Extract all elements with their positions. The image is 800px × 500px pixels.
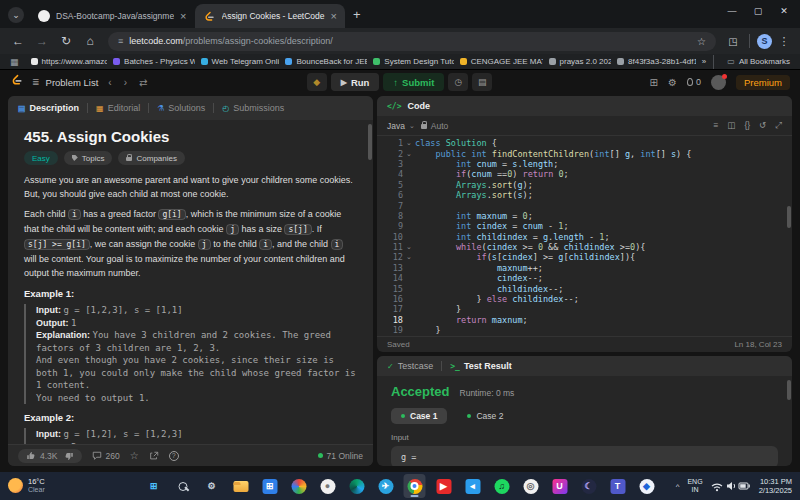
bookmark-item[interactable]: Batches - Physics W... [109,57,194,66]
code-line[interactable]: 6 Arrays.sort(s); [377,190,792,200]
taskbar-edge-swirl[interactable] [346,474,368,498]
taskbar-photos[interactable] [288,474,310,498]
taskbar-intellij-ultimate[interactable]: U [549,474,571,498]
bookmark-item[interactable]: BounceBack for JEE... [281,57,367,66]
vote-group[interactable]: 4.3K [18,449,82,463]
favorite-star-icon[interactable]: ☆ [130,450,139,461]
code-line[interactable]: 10 int childindex = g.length - 1; [377,232,792,242]
code-line[interactable]: 13 maxnum++; [377,263,792,273]
code-line[interactable]: 19 } [377,325,792,335]
browser-tab[interactable]: DSA-Bootcamp-Java/assignme× [30,4,195,28]
taskbar-white-app[interactable]: ◎ [520,474,542,498]
topics-badge[interactable]: Topics [64,151,113,165]
help-icon[interactable]: ? [169,451,179,461]
minimize-button[interactable]: — [720,2,744,20]
editor-tool-icon-0[interactable]: ≡ [713,120,718,131]
code-line[interactable]: 17 } [377,304,792,314]
taskbar-moon-app[interactable]: ☾ [578,474,600,498]
weather-widget[interactable]: 16°C Clear [8,478,45,495]
case-pill[interactable]: Case 2 [457,408,513,424]
more-bookmarks-icon[interactable]: » [702,57,706,66]
close-button[interactable]: ✕ [772,2,796,20]
browser-tab[interactable]: Assign Cookies - LeetCode× [195,4,345,28]
code-line[interactable]: 8 int maxnum = 0; [377,211,792,221]
browser-profile-avatar[interactable]: S [757,34,772,49]
taskbar-search[interactable] [172,474,194,498]
taskbar-copilot[interactable]: ◆ [636,474,658,498]
comments-button[interactable]: 260 [92,451,120,461]
code-line[interactable]: 15 childindex--; [377,283,792,293]
shuffle-icon[interactable]: ⇄ [137,77,149,88]
apps-grid-icon[interactable]: ▦ [10,57,19,67]
taskbar-chrome[interactable] [404,474,426,498]
code-line[interactable]: 18 return maxnum; [377,315,792,325]
taskbar-teams[interactable]: T [607,474,629,498]
code-line[interactable]: 12⌄ if(s[cindex] >= g[childindex]){ [377,252,792,262]
code-line[interactable]: 14 cindex--; [377,273,792,283]
tab-testcase[interactable]: ✓Testcase [387,361,433,371]
layout-icon[interactable]: ⊞ [650,77,658,88]
tab-editorial[interactable]: ▦Editorial [94,103,142,113]
new-tab-button[interactable]: + [353,7,361,22]
settings-gear-icon[interactable]: ⚙ [668,77,677,88]
tab-solutions[interactable]: ⚗Solutions [155,103,207,113]
code-editor[interactable]: 1⌄class Solution {2⌄ public int findCont… [377,136,792,336]
companies-badge[interactable]: Companies [118,151,184,165]
tab-close-icon[interactable]: × [331,10,337,22]
bookmark-item[interactable]: System Design Tuto... [369,57,453,66]
testcase-input[interactable]: g = [391,446,778,466]
editor-tool-icon-3[interactable]: ↺ [759,120,766,131]
streak-counter[interactable]: 0 [687,77,701,87]
run-button[interactable]: ▶ Run [331,73,380,91]
taskbar-start[interactable]: ⊞ [143,474,165,498]
submit-button[interactable]: ↑ Submit [383,73,444,91]
prev-problem-icon[interactable]: ‹ [106,77,113,88]
tab-search-button[interactable]: ⌄ [8,7,24,23]
thumbs-down-icon[interactable] [64,451,74,461]
debug-icon[interactable]: ◆ [307,73,327,91]
user-avatar[interactable] [711,75,726,90]
tab-test-result[interactable]: >_Test Result [450,361,511,371]
bookmark-item[interactable]: prayas 2.0 2023 [545,57,611,66]
code-line[interactable]: 7 [377,200,792,210]
bookmark-star-icon[interactable]: ☆ [697,36,706,47]
taskbar-youtube[interactable]: ▶ [433,474,455,498]
url-bar[interactable]: ≡ leetcode.com/problems/assign-cookies/d… [108,32,716,51]
testcase-scrollbar[interactable] [787,380,791,400]
problem-list-button[interactable]: ≣ Problem List [32,77,98,88]
tray-chevron-icon[interactable]: ^ [676,482,680,491]
auto-toggle[interactable]: Auto [421,121,449,131]
notes-icon[interactable]: ▤ [472,73,492,91]
code-line[interactable]: 4 if(cnum ==0) return 0; [377,169,792,179]
taskbar-settings[interactable]: ⚙ [201,474,223,498]
browser-menu-icon[interactable]: ⋮ [776,35,792,48]
code-line[interactable]: 16 } else childindex--; [377,294,792,304]
language-selector[interactable]: Java⌄ [387,121,415,131]
code-line[interactable]: 1⌄class Solution { [377,138,792,148]
home-icon[interactable]: ⌂ [80,34,100,48]
tray-status-icons[interactable] [711,480,751,492]
taskbar-file-explorer[interactable] [230,474,252,498]
leetcode-logo[interactable] [10,73,24,91]
bookmark-item[interactable]: CENGAGE JEE MAT... [456,57,543,66]
code-line[interactable]: 11⌄ while(cindex >= 0 && childindex >=0)… [377,242,792,252]
taskbar-spotify[interactable]: ♫ [491,474,513,498]
difficulty-badge[interactable]: Easy [24,151,58,165]
tab-submissions[interactable]: ◴Submissions [220,103,286,113]
all-bookmarks-button[interactable]: ▭ All Bookmarks [727,57,790,66]
site-info-icon[interactable]: ≡ [118,36,123,46]
code-scrollbar[interactable] [787,206,791,228]
code-line[interactable]: 2⌄ public int findContentChildren(int[] … [377,148,792,158]
next-problem-icon[interactable]: › [122,77,129,88]
forward-icon[interactable]: → [32,34,52,48]
taskbar-telegram[interactable]: ✈ [375,474,397,498]
taskbar-vscode[interactable]: ◂ [462,474,484,498]
code-line[interactable]: 9 int cindex = cnum - 1; [377,221,792,231]
cursor-position[interactable]: Ln 18, Col 23 [734,340,782,349]
maximize-button[interactable]: ▢ [746,2,770,20]
timer-icon[interactable]: ◷ [448,73,468,91]
premium-button[interactable]: Premium [736,75,790,90]
bookmark-item[interactable]: 8f43f3a3-28b1-4df1... [613,57,696,66]
editor-tool-icon-1[interactable]: ◫ [727,120,735,131]
share-icon[interactable] [149,451,159,461]
